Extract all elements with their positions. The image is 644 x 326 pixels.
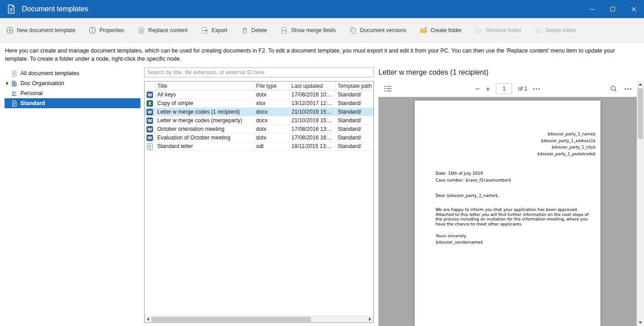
maximize-icon xyxy=(610,7,615,11)
scroll-down-button[interactable] xyxy=(637,319,644,326)
column-header-template-path[interactable]: Template path xyxy=(336,82,373,90)
document-versions-icon xyxy=(349,27,357,34)
row-last-updated: 21/10/2019 15:... xyxy=(290,108,336,116)
table-row[interactable]: W Letter w merge codes (mergeparty) docx… xyxy=(145,116,373,125)
personal-icon xyxy=(10,90,18,97)
viewer-toolbar: − + of 1 xyxy=(378,81,637,97)
word-file-icon: W xyxy=(146,134,153,141)
merge-fields-icon xyxy=(281,27,288,34)
delete-folder-icon xyxy=(535,27,542,34)
zoom-in-button[interactable]: + xyxy=(485,85,490,93)
case-number-line: Case number: $case_f2casenumber$ xyxy=(415,178,600,182)
toolbar-label: Properties xyxy=(99,27,124,34)
vertical-scrollbar[interactable] xyxy=(637,81,644,326)
maximize-button[interactable] xyxy=(602,0,623,18)
tree-item-personal[interactable]: Personal xyxy=(5,88,140,98)
close-button[interactable] xyxy=(623,0,644,18)
minimize-button[interactable] xyxy=(581,0,602,18)
toolbar-label: Delete folder xyxy=(546,27,576,34)
merge-field-line: $dossier_party_1_postalcode$ xyxy=(415,151,596,158)
properties-button[interactable]: Properties xyxy=(89,27,124,34)
new-document-template-button[interactable]: New document template xyxy=(6,27,75,34)
toolbar-label: Export xyxy=(212,27,228,34)
document-app-icon xyxy=(6,4,17,14)
row-template-path: Standard/ xyxy=(336,91,373,99)
trash-icon xyxy=(241,27,248,34)
table-row[interactable]: W Evaluation of October meeting dotx 17/… xyxy=(145,134,373,142)
table-row[interactable]: W All keys dotx 17/08/2016 10:... Standa… xyxy=(145,91,373,99)
row-template-path: Standard/ xyxy=(336,125,373,133)
viewer-menu-button[interactable] xyxy=(625,88,631,90)
standard-icon xyxy=(10,100,18,107)
row-file-type: xlsx xyxy=(254,99,290,107)
row-title: All keys xyxy=(155,91,254,99)
horizontal-scrollbar[interactable] xyxy=(145,316,373,322)
row-last-updated: 18/11/2015 13:... xyxy=(290,142,336,150)
show-merge-fields-button[interactable]: Show merge fields xyxy=(281,27,336,34)
column-header-file-type[interactable]: File type xyxy=(254,82,290,90)
row-file-type: dotx xyxy=(254,134,290,142)
column-header-icon[interactable] xyxy=(145,82,155,90)
document-viewer: − + of 1 xyxy=(378,81,637,326)
tree-item-all-document-templates[interactable]: All document templates xyxy=(5,68,140,78)
row-title: October orientation meeting xyxy=(155,125,254,133)
search-input[interactable] xyxy=(144,67,374,77)
search-in-document-button[interactable] xyxy=(610,85,617,92)
row-file-type: docx xyxy=(254,108,290,116)
page-number-input[interactable] xyxy=(496,83,512,94)
document-page: $dossier_party_1_name$ $dossier_party_1_… xyxy=(415,101,600,326)
create-folder-button[interactable]: Create folder xyxy=(420,27,462,34)
svg-text:W: W xyxy=(148,93,152,97)
scroll-up-button[interactable] xyxy=(637,81,644,88)
document-versions-button[interactable]: Document versions xyxy=(349,27,407,34)
table-row[interactable]: Standard letter odt 18/11/2015 13:... St… xyxy=(145,142,373,151)
template-list-panel: Title File type Last updated Template pa… xyxy=(144,67,374,323)
replace-content-icon xyxy=(138,27,145,34)
rename-folder-button[interactable]: Rename folder xyxy=(475,27,522,34)
more-options-button[interactable] xyxy=(533,88,540,90)
signature-merge-field: $dossier_sendername$ xyxy=(415,240,600,244)
vertical-scrollbar-thumb[interactable] xyxy=(638,88,643,139)
row-file-type: dotx xyxy=(254,91,290,99)
tree-item-doc-organisation[interactable]: Doc Organisation xyxy=(5,78,140,88)
minimize-icon xyxy=(590,9,595,10)
date-line: Date: 16th of July 2019 xyxy=(415,171,600,176)
arrow-right-icon xyxy=(369,317,371,321)
scroll-left-button[interactable] xyxy=(145,316,151,323)
file-type-cell: X xyxy=(145,99,155,107)
tree-item-standard[interactable]: Standard xyxy=(5,98,140,108)
table-row[interactable]: W October orientation meeting dotx 17/08… xyxy=(145,125,373,134)
merge-field-line: $dossier_party_1_address1$ xyxy=(415,138,596,144)
replace-content-button[interactable]: Replace content xyxy=(138,27,188,34)
template-table: Title File type Last updated Template pa… xyxy=(144,81,374,323)
row-template-path: Standard/ xyxy=(336,99,373,107)
toolbar-label: Delete xyxy=(252,27,267,34)
table-row-selected[interactable]: W Letter w merge codes (1 recipient) doc… xyxy=(145,108,373,116)
file-type-cell xyxy=(145,142,155,150)
twisty-slot[interactable] xyxy=(5,82,10,85)
page-count-label: of 1 xyxy=(518,86,527,92)
scroll-right-button[interactable] xyxy=(367,316,373,323)
tree-item-label: Personal xyxy=(20,90,43,96)
svg-text:W: W xyxy=(148,127,152,132)
outline-list-icon xyxy=(384,85,392,92)
row-title: Copy of simple xyxy=(155,99,254,107)
row-last-updated: 17/08/2016 10:... xyxy=(290,91,336,99)
delete-button[interactable]: Delete xyxy=(241,27,267,34)
zoom-out-button[interactable]: − xyxy=(475,85,480,93)
table-header: Title File type Last updated Template pa… xyxy=(145,82,373,91)
main-content: All document templates Doc Organisation … xyxy=(0,67,644,326)
row-last-updated: 17/08/2016 16:... xyxy=(290,134,336,142)
table-row[interactable]: X Copy of simple xlsx 13/12/2017 12:... … xyxy=(145,99,373,108)
tree-item-label: Doc Organisation xyxy=(20,80,64,86)
horizontal-scrollbar-thumb[interactable] xyxy=(151,317,311,322)
delete-folder-button[interactable]: Delete folder xyxy=(535,27,576,34)
preview-panel: Letter w merge codes (1 recipient) − + o… xyxy=(378,67,644,326)
export-button[interactable]: Export xyxy=(201,27,228,34)
outline-panel-button[interactable] xyxy=(384,85,392,92)
column-header-title[interactable]: Title xyxy=(155,82,254,90)
svg-text:W: W xyxy=(148,110,152,115)
column-header-last-updated[interactable]: Last updated xyxy=(290,82,336,90)
word-file-icon: W xyxy=(146,91,153,98)
toolbar-label: Show merge fields xyxy=(291,27,336,34)
